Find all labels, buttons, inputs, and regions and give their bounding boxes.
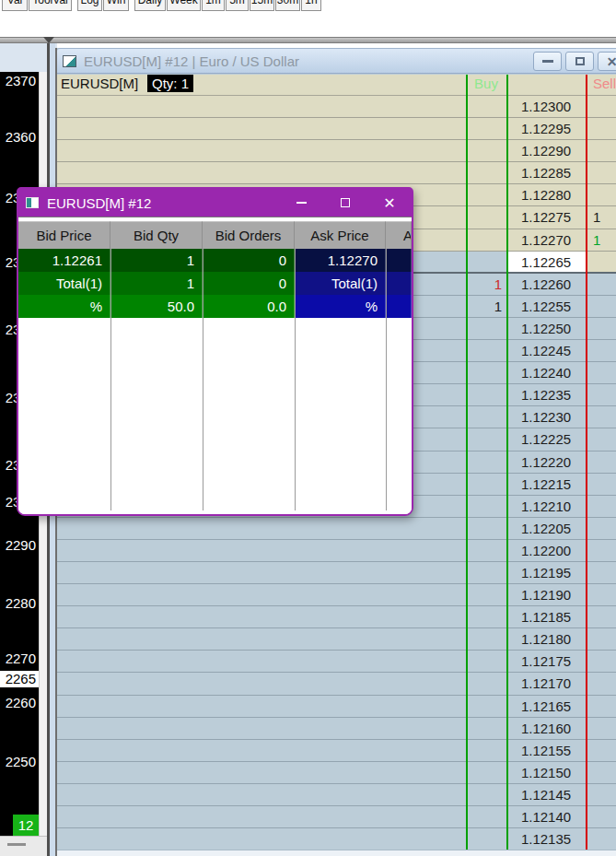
- popup-close-button[interactable]: ✕: [378, 189, 401, 217]
- close-button[interactable]: ✕: [598, 52, 616, 71]
- toolbar-button[interactable]: Daily: [134, 0, 166, 11]
- price-cell[interactable]: 1.12275: [506, 206, 586, 228]
- price-cell[interactable]: 1.12165: [506, 696, 586, 717]
- price-cell[interactable]: 1.12140: [506, 806, 586, 827]
- buy-qty-cell[interactable]: [466, 784, 506, 805]
- buy-qty-cell[interactable]: [466, 718, 506, 739]
- sell-qty-cell[interactable]: [586, 252, 616, 272]
- sell-qty-cell[interactable]: [586, 762, 616, 783]
- price-cell[interactable]: 1.12205: [506, 518, 586, 539]
- dom-window-titlebar[interactable]: EURUSD[M] #12 | Euro / US Dollar ✕: [57, 48, 616, 74]
- buy-qty-cell[interactable]: [466, 518, 506, 539]
- sell-qty-cell[interactable]: [586, 140, 616, 161]
- buy-qty-cell[interactable]: [466, 162, 506, 183]
- price-cell[interactable]: 1.12295: [506, 118, 586, 139]
- sell-qty-cell[interactable]: [586, 540, 616, 561]
- buy-qty-cell[interactable]: [466, 828, 506, 850]
- buy-qty-cell[interactable]: [466, 206, 506, 228]
- price-cell[interactable]: 1.12240: [506, 362, 586, 383]
- buy-qty-cell[interactable]: [466, 118, 506, 139]
- popup-minimize-button[interactable]: [289, 189, 313, 217]
- sell-qty-cell[interactable]: 1: [586, 206, 616, 228]
- buy-qty-cell[interactable]: [466, 562, 506, 583]
- price-cell[interactable]: 1.12200: [506, 540, 586, 561]
- toolbar-button[interactable]: ToolVal: [29, 0, 72, 11]
- sell-qty-cell[interactable]: [586, 740, 616, 761]
- price-cell[interactable]: 1.12170: [506, 673, 586, 694]
- price-cell[interactable]: 1.12160: [506, 718, 586, 739]
- toolbar-button[interactable]: Log: [77, 0, 102, 11]
- buy-qty-cell[interactable]: [466, 628, 506, 650]
- minimize-button[interactable]: [533, 52, 562, 71]
- price-cell[interactable]: 1.12210: [506, 496, 586, 517]
- sell-qty-cell[interactable]: [586, 474, 616, 495]
- sell-qty-cell[interactable]: [586, 296, 616, 317]
- sell-qty-cell[interactable]: [586, 496, 616, 517]
- price-cell[interactable]: 1.12255: [506, 296, 586, 317]
- price-cell[interactable]: 1.12155: [506, 740, 586, 761]
- toolbar-button[interactable]: 30m: [275, 0, 300, 11]
- popup-titlebar[interactable]: EURUSD[M] #12 ✕: [18, 189, 412, 217]
- toolbar-button[interactable]: 15m: [250, 0, 274, 11]
- buy-qty-cell[interactable]: [466, 184, 506, 205]
- sell-qty-cell[interactable]: [586, 628, 616, 650]
- toolbar-button[interactable]: 1m: [202, 0, 225, 11]
- price-cell[interactable]: 1.12230: [506, 406, 586, 428]
- popup-maximize-button[interactable]: [333, 189, 357, 217]
- buy-qty-cell[interactable]: [466, 651, 506, 672]
- price-cell[interactable]: 1.12150: [506, 762, 586, 783]
- sell-qty-cell[interactable]: [586, 696, 616, 717]
- sell-qty-cell[interactable]: [586, 673, 616, 694]
- price-cell[interactable]: 1.12190: [506, 584, 586, 605]
- sell-qty-cell[interactable]: [586, 718, 616, 739]
- buy-qty-cell[interactable]: [466, 673, 506, 694]
- sell-qty-cell[interactable]: [586, 651, 616, 672]
- buy-qty-cell[interactable]: [466, 318, 506, 339]
- restore-button[interactable]: [565, 52, 594, 71]
- price-cell[interactable]: 1.12135: [506, 828, 586, 850]
- sell-qty-cell[interactable]: [586, 406, 616, 428]
- price-cell[interactable]: 1.12285: [506, 162, 586, 183]
- sell-qty-cell[interactable]: [586, 340, 616, 361]
- buy-qty-cell[interactable]: [466, 229, 506, 251]
- sell-qty-cell[interactable]: [586, 428, 616, 450]
- sell-qty-cell[interactable]: [586, 384, 616, 405]
- buy-qty-cell[interactable]: [466, 762, 506, 783]
- buy-qty-cell[interactable]: [466, 451, 506, 473]
- buy-qty-cell[interactable]: [466, 384, 506, 405]
- sell-qty-cell[interactable]: [586, 518, 616, 539]
- buy-qty-cell[interactable]: [466, 806, 506, 827]
- toolbar-button[interactable]: Val: [2, 0, 28, 11]
- price-cell[interactable]: 1.12145: [506, 784, 586, 805]
- sell-qty-cell[interactable]: [586, 118, 616, 139]
- buy-qty-cell[interactable]: 1: [466, 296, 506, 317]
- buy-qty-cell[interactable]: [466, 740, 506, 761]
- price-cell[interactable]: 1.12235: [506, 384, 586, 405]
- sell-qty-cell[interactable]: [586, 362, 616, 383]
- buy-qty-cell[interactable]: 1: [466, 274, 506, 295]
- sell-qty-cell[interactable]: [586, 96, 616, 117]
- buy-qty-cell[interactable]: [466, 140, 506, 161]
- horizontal-splitter[interactable]: [0, 37, 616, 43]
- buy-qty-cell[interactable]: [466, 428, 506, 450]
- price-cell[interactable]: 1.12215: [506, 474, 586, 495]
- buy-qty-cell[interactable]: [466, 496, 506, 517]
- price-cell[interactable]: 1.12245: [506, 340, 586, 361]
- sell-qty-cell[interactable]: [586, 274, 616, 295]
- buy-qty-cell[interactable]: [466, 96, 506, 117]
- sell-qty-cell[interactable]: [586, 451, 616, 473]
- buy-qty-cell[interactable]: [466, 406, 506, 428]
- price-cell[interactable]: 1.12225: [506, 428, 586, 450]
- price-cell[interactable]: 1.12250: [506, 318, 586, 339]
- quantity-field[interactable]: Qty: 1: [147, 75, 193, 92]
- buy-qty-cell[interactable]: [466, 340, 506, 361]
- price-cell[interactable]: 1.12270: [506, 229, 586, 251]
- price-cell[interactable]: 1.12300: [506, 96, 586, 117]
- sell-qty-cell[interactable]: [586, 184, 616, 205]
- buy-qty-cell[interactable]: [466, 584, 506, 605]
- price-cell[interactable]: 1.12280: [506, 184, 586, 205]
- sell-qty-cell[interactable]: [586, 584, 616, 605]
- sell-qty-cell[interactable]: [586, 162, 616, 183]
- price-cell[interactable]: 1.12290: [506, 140, 586, 161]
- toolbar-button[interactable]: 1h: [301, 0, 321, 11]
